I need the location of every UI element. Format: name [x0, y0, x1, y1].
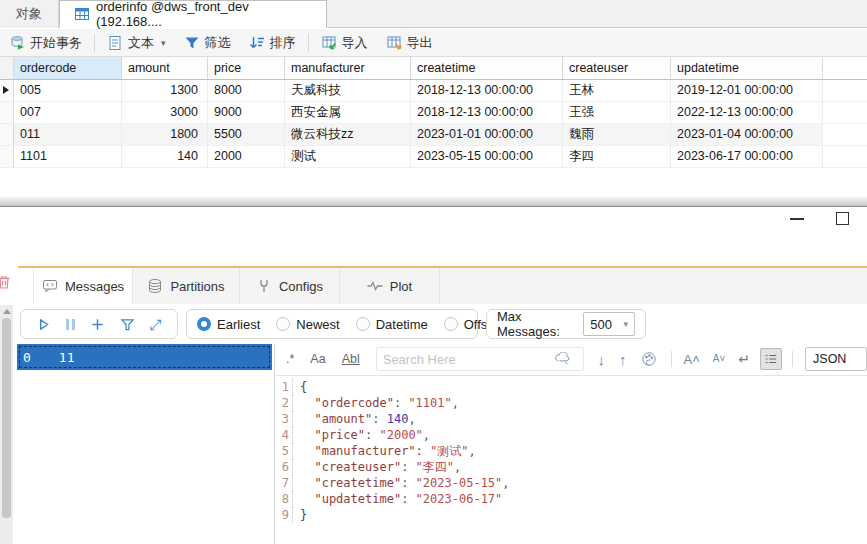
find-next-icon[interactable]: ↓: [598, 351, 606, 368]
cell-updatetime[interactable]: 2019-12-01 00:00:00: [671, 80, 823, 101]
line-number: 6: [276, 459, 293, 475]
column-header-price[interactable]: price: [208, 57, 285, 79]
offset-mode-radio[interactable]: Datetime: [356, 317, 428, 332]
search-input[interactable]: [377, 352, 555, 367]
json-key: "price": [300, 428, 365, 442]
cell-ordercode[interactable]: 011: [14, 124, 122, 145]
cell-updatetime[interactable]: 2022-12-13 00:00:00: [671, 102, 823, 123]
format-select[interactable]: JSON: [805, 347, 867, 371]
message-list-panel: 0 11: [13, 343, 275, 544]
column-header-updatetime[interactable]: updatetime: [671, 57, 823, 79]
pause-icon[interactable]: [66, 319, 75, 330]
cell-price[interactable]: 2000: [208, 146, 285, 167]
font-increase-icon[interactable]: A˄: [684, 353, 700, 366]
table-row[interactable]: 005 1300 8000 天威科技 2018-12-13 00:00:00 王…: [0, 80, 867, 102]
cell-updatetime[interactable]: 2023-01-04 00:00:00: [671, 124, 823, 145]
cell-manufacturer[interactable]: 西安金属: [285, 102, 411, 123]
radio-icon[interactable]: [276, 317, 290, 331]
cell-price[interactable]: 5500: [208, 124, 285, 145]
cell-createuser[interactable]: 魏雨: [563, 124, 671, 145]
whole-word-toggle-icon[interactable]: Abl: [342, 352, 360, 366]
left-scrollbar[interactable]: [0, 305, 13, 544]
column-header-amount[interactable]: amount: [122, 57, 208, 79]
regex-toggle-icon[interactable]: .*: [286, 352, 294, 366]
max-messages-select[interactable]: 500 ▾: [583, 312, 635, 336]
cell-createtime[interactable]: 2023-05-15 00:00:00: [411, 146, 563, 167]
table-row[interactable]: 011 1800 5500 微云科技zz 2023-01-01 00:00:00…: [0, 124, 867, 146]
cell-manufacturer[interactable]: 测试: [285, 146, 411, 167]
tab-partitions[interactable]: Partitions: [133, 268, 240, 304]
cell-createuser[interactable]: 王林: [563, 80, 671, 101]
json-comma: ,: [423, 428, 430, 442]
cell-manufacturer[interactable]: 微云科技zz: [285, 124, 411, 145]
cell-ordercode[interactable]: 005: [14, 80, 122, 101]
column-header-createtime[interactable]: createtime: [411, 57, 563, 79]
tab-orderinfo[interactable]: orderinfo @dws_front_dev (192.168....: [59, 0, 327, 28]
offset-mode-radio[interactable]: Earliest: [197, 317, 260, 332]
line-number: 3: [276, 411, 293, 427]
font-decrease-icon[interactable]: A˅: [713, 354, 726, 364]
json-code-area[interactable]: 1{2 "ordercode": "1101",3 "amount": 140,…: [276, 376, 867, 523]
cell-createuser[interactable]: 王强: [563, 102, 671, 123]
palette-icon[interactable]: [641, 351, 657, 367]
filter-icon[interactable]: [120, 317, 135, 332]
cell-createtime[interactable]: 2023-01-01 00:00:00: [411, 124, 563, 145]
scrollbar-thumb[interactable]: [2, 318, 11, 518]
word-wrap-icon[interactable]: ↵: [738, 351, 750, 367]
cell-amount[interactable]: 1800: [122, 124, 208, 145]
json-value: "2000": [379, 428, 422, 442]
waveform-icon: [367, 278, 383, 294]
scroll-up-icon[interactable]: [3, 309, 11, 314]
import-button[interactable]: 导入: [312, 30, 377, 56]
cell-createuser[interactable]: 李四: [563, 146, 671, 167]
cell-manufacturer[interactable]: 天威科技: [285, 80, 411, 101]
message-row-selected[interactable]: 0 11: [17, 344, 272, 370]
tab-plot[interactable]: Plot: [340, 268, 440, 304]
trash-icon[interactable]: [0, 274, 10, 294]
offset-mode-radio[interactable]: Newest: [276, 317, 339, 332]
table-row[interactable]: 1101 140 2000 测试 2023-05-15 00:00:00 李四 …: [0, 146, 867, 168]
column-header-manufacturer[interactable]: manufacturer: [285, 57, 411, 79]
cell-createtime[interactable]: 2018-12-13 00:00:00: [411, 102, 563, 123]
add-icon[interactable]: [90, 317, 105, 332]
export-button[interactable]: 导出: [377, 30, 442, 56]
cell-amount[interactable]: 3000: [122, 102, 208, 123]
cell-price[interactable]: 9000: [208, 102, 285, 123]
radio-icon[interactable]: [444, 317, 458, 331]
cell-amount[interactable]: 1300: [122, 80, 208, 101]
row-gutter-cell[interactable]: [0, 102, 14, 123]
row-gutter-cell[interactable]: [0, 146, 14, 167]
json-value: "2023-06-17": [416, 492, 503, 506]
line-numbers-toggle[interactable]: [760, 348, 782, 370]
table-row[interactable]: 007 3000 9000 西安金属 2018-12-13 00:00:00 王…: [0, 102, 867, 124]
filter-button[interactable]: 筛选: [175, 30, 240, 56]
cell-amount[interactable]: 140: [122, 146, 208, 167]
radio-icon[interactable]: [356, 317, 370, 331]
expand-icon[interactable]: ⤢: [150, 317, 162, 332]
cell-ordercode[interactable]: 007: [14, 102, 122, 123]
cell-updatetime[interactable]: 2023-06-17 00:00:00: [671, 146, 823, 167]
minimize-button[interactable]: [790, 218, 804, 220]
sort-button[interactable]: 排序: [240, 30, 305, 56]
database-transaction-icon: [9, 35, 25, 51]
find-previous-icon[interactable]: ↑: [619, 351, 627, 368]
match-case-toggle-icon[interactable]: Aa: [310, 352, 325, 366]
radio-icon[interactable]: [197, 317, 211, 331]
play-icon[interactable]: [36, 317, 51, 332]
fuzzy-search-icon[interactable]: [555, 352, 570, 367]
text-view-button[interactable]: 文本 ▾: [98, 30, 175, 56]
cell-price[interactable]: 8000: [208, 80, 285, 101]
tab-messages[interactable]: Messages: [33, 268, 133, 304]
row-gutter-cell[interactable]: [0, 124, 14, 145]
cell-filler: [823, 80, 867, 101]
column-header-createuser[interactable]: createuser: [563, 57, 671, 79]
tab-configs[interactable]: Configs: [240, 268, 340, 304]
column-header-ordercode[interactable]: ordercode: [14, 57, 122, 79]
json-comma: ,: [408, 412, 415, 426]
line-number: 2: [276, 395, 293, 411]
begin-transaction-button[interactable]: 开始事务: [0, 30, 91, 56]
maximize-button[interactable]: [836, 212, 849, 225]
tab-objects[interactable]: 对象: [0, 0, 59, 28]
cell-ordercode[interactable]: 1101: [14, 146, 122, 167]
cell-createtime[interactable]: 2018-12-13 00:00:00: [411, 80, 563, 101]
